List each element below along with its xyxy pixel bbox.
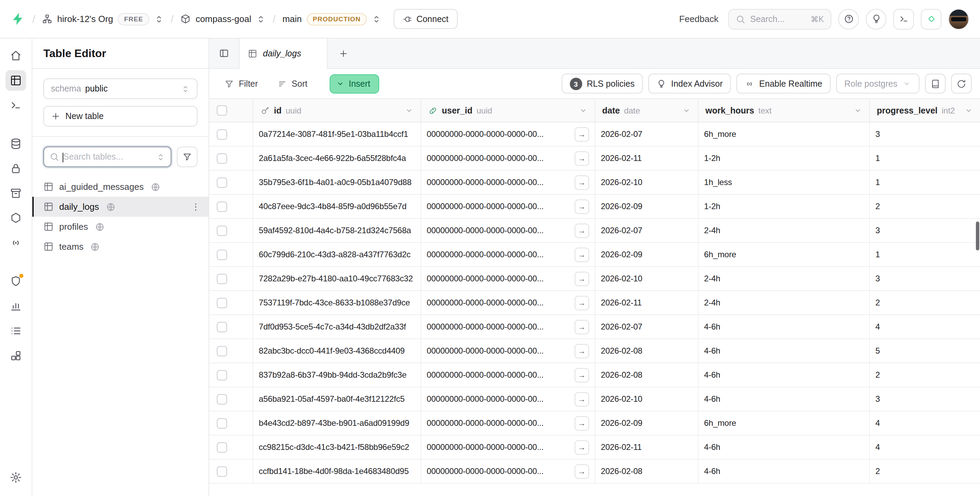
tab-daily-logs[interactable]: daily_logs: [240, 38, 328, 69]
cell-user-id[interactable]: 00000000-0000-0000-0000-00... →: [421, 363, 595, 386]
cell-date[interactable]: 2026-02-10: [595, 171, 698, 194]
cell-work-hours[interactable]: 6h_more: [698, 243, 870, 266]
refresh-button[interactable]: [951, 74, 972, 94]
cell-work-hours[interactable]: 6h_more: [698, 412, 870, 435]
kebab-menu-icon[interactable]: ⋮: [191, 202, 200, 211]
rail-logs-button[interactable]: [5, 321, 26, 341]
index-advisor-button[interactable]: Index Advisor: [648, 74, 731, 94]
cell-user-id[interactable]: 00000000-0000-0000-0000-00... →: [421, 436, 595, 459]
ai-assistant-button[interactable]: [921, 9, 942, 29]
scrollbar-thumb[interactable]: [976, 221, 979, 250]
help-button[interactable]: [838, 9, 859, 29]
chevrons-up-down-icon[interactable]: [156, 153, 165, 161]
search-tables-field[interactable]: [43, 146, 171, 167]
rail-realtime-button[interactable]: [5, 232, 26, 253]
cell-work-hours[interactable]: 4-6h: [698, 387, 870, 411]
cell-user-id[interactable]: 00000000-0000-0000-0000-00... →: [421, 315, 595, 339]
cell-user-id[interactable]: 00000000-0000-0000-0000-00... →: [421, 459, 595, 483]
row-checkbox[interactable]: [217, 370, 227, 380]
row-checkbox[interactable]: [217, 153, 227, 164]
cell-id[interactable]: 59af4592-810d-4a4c-b758-21d324c7568a: [253, 219, 421, 242]
role-select[interactable]: Role postgres: [836, 74, 920, 94]
row-checkbox[interactable]: [217, 418, 227, 428]
search-tables-input[interactable]: [63, 152, 152, 162]
filter-button[interactable]: Filter: [218, 74, 265, 93]
cell-progress-level[interactable]: 4: [870, 315, 980, 339]
column-menu-chevron[interactable]: [964, 106, 973, 115]
collapse-sidebar-button[interactable]: [209, 38, 240, 69]
row-checkbox[interactable]: [217, 273, 227, 284]
cell-id[interactable]: 7537119f-7bdc-43ce-8633-b1088e37d9ce: [253, 291, 421, 315]
enable-realtime-button[interactable]: Enable Realtime: [737, 74, 830, 94]
schema-select[interactable]: schema public: [43, 78, 197, 99]
cell-user-id[interactable]: 00000000-0000-0000-0000-00... →: [421, 195, 595, 218]
cell-date[interactable]: 2026-02-09: [595, 195, 698, 218]
supabase-logo-icon[interactable]: [11, 12, 25, 26]
rail-table-editor-button[interactable]: [5, 70, 26, 91]
row-checkbox[interactable]: [217, 442, 227, 452]
expand-foreign-key-button[interactable]: →: [575, 416, 589, 430]
cell-progress-level[interactable]: 1: [870, 243, 980, 266]
cell-id[interactable]: 7282a29b-e27b-4180-aa10-49cc77683c32: [253, 267, 421, 290]
new-table-button[interactable]: New table: [43, 106, 197, 127]
sidebar-table-item[interactable]: teams ⋮: [32, 237, 208, 257]
sort-button[interactable]: Sort: [270, 74, 315, 93]
cell-work-hours[interactable]: 4-6h: [698, 339, 870, 362]
cell-progress-level[interactable]: 4: [870, 412, 980, 435]
row-checkbox[interactable]: [217, 177, 227, 188]
cell-id[interactable]: 0a77214e-3087-481f-95e1-03ba11b4ccf1: [253, 122, 421, 146]
row-checkbox[interactable]: [217, 201, 227, 211]
rail-settings-button[interactable]: [5, 467, 26, 488]
cell-user-id[interactable]: 00000000-0000-0000-0000-00... →: [421, 146, 595, 170]
cell-date[interactable]: 2026-02-11: [595, 146, 698, 170]
cell-work-hours[interactable]: 4-6h: [698, 363, 870, 386]
expand-foreign-key-button[interactable]: →: [575, 320, 589, 334]
expand-foreign-key-button[interactable]: →: [575, 392, 589, 406]
lightbulb-button[interactable]: [866, 9, 886, 29]
cell-work-hours[interactable]: 2-4h: [698, 219, 870, 242]
cell-id[interactable]: 40c87eee-9dc3-4b84-85f9-a0d96b55e7d: [253, 195, 421, 218]
cell-work-hours[interactable]: 2-4h: [698, 291, 870, 315]
cell-user-id[interactable]: 00000000-0000-0000-0000-00... →: [421, 387, 595, 411]
cell-progress-level[interactable]: 1: [870, 171, 980, 194]
branch-switcher[interactable]: main PRODUCTION: [283, 13, 382, 25]
feedback-button[interactable]: Feedback: [676, 14, 721, 24]
cell-date[interactable]: 2026-02-11: [595, 436, 698, 459]
row-checkbox[interactable]: [217, 225, 227, 235]
connect-button[interactable]: Connect: [394, 9, 457, 29]
cell-date[interactable]: 2026-02-10: [595, 267, 698, 290]
global-search[interactable]: Search... ⌘K: [728, 9, 831, 29]
cell-id[interactable]: cc98215c-d3dc-41c3-b421-f58bb96e59c2: [253, 436, 421, 459]
cell-user-id[interactable]: 00000000-0000-0000-0000-00... →: [421, 267, 595, 290]
sidebar-table-item[interactable]: profiles ⋮: [32, 217, 208, 237]
expand-foreign-key-button[interactable]: →: [575, 296, 589, 310]
column-menu-chevron[interactable]: [853, 106, 862, 115]
cell-id[interactable]: 60c799d6-210c-43d3-a828-a437f7763d2c: [253, 243, 421, 266]
cell-date[interactable]: 2026-02-08: [595, 363, 698, 386]
column-menu-chevron[interactable]: [405, 106, 414, 115]
expand-foreign-key-button[interactable]: →: [575, 199, 589, 214]
expand-foreign-key-button[interactable]: →: [575, 271, 589, 286]
rail-reports-button[interactable]: [5, 296, 26, 316]
expand-foreign-key-button[interactable]: →: [575, 368, 589, 382]
rail-auth-button[interactable]: [5, 158, 26, 179]
column-header-date[interactable]: date date: [595, 99, 698, 122]
rail-home-button[interactable]: [5, 45, 26, 66]
table-filter-button[interactable]: [177, 146, 197, 167]
cell-progress-level[interactable]: 1: [870, 146, 980, 170]
cell-progress-level[interactable]: 5: [870, 339, 980, 362]
column-menu-chevron[interactable]: [579, 106, 588, 115]
expand-foreign-key-button[interactable]: →: [575, 440, 589, 455]
expand-foreign-key-button[interactable]: →: [575, 151, 589, 165]
cell-progress-level[interactable]: 4: [870, 436, 980, 459]
row-checkbox[interactable]: [217, 466, 227, 476]
cell-date[interactable]: 2026-02-07: [595, 122, 698, 146]
row-checkbox[interactable]: [217, 129, 227, 139]
cell-id[interactable]: b4e43cd2-b897-43be-b901-a6ad09199d9: [253, 412, 421, 435]
rail-storage-button[interactable]: [5, 183, 26, 203]
cell-progress-level[interactable]: 3: [870, 387, 980, 411]
cell-user-id[interactable]: 00000000-0000-0000-0000-00... →: [421, 122, 595, 146]
rls-policies-button[interactable]: 3 RLS policies: [561, 74, 643, 94]
cell-work-hours[interactable]: 1h_less: [698, 171, 870, 194]
cell-work-hours[interactable]: 1-2h: [698, 146, 870, 170]
